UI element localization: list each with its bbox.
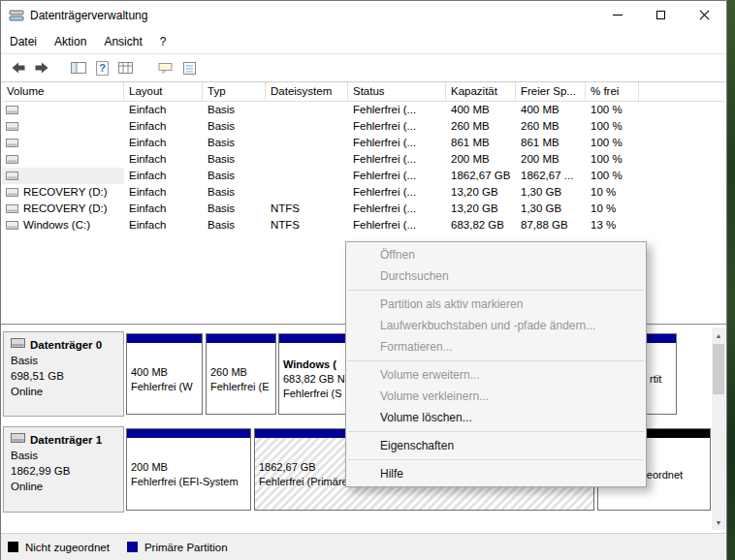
layout-cell: Einfach [124, 217, 203, 233]
menu-item-hilfe[interactable]: Hilfe [346, 463, 646, 484]
spacer-cell [639, 135, 725, 151]
disk-status: Online [11, 479, 116, 494]
disk-name: Datenträger 1 [30, 432, 102, 448]
minimize-icon [613, 15, 623, 16]
type-cell: Basis [203, 201, 266, 217]
partition-box[interactable]: 200 MB Fehlerfrei (EFI-System [126, 428, 251, 511]
menu-item-volume-erweitern[interactable]: Volume erweitern... [346, 364, 646, 386]
table-row[interactable]: RECOVERY (D:) Einfach Basis Fehlerfrei (… [2, 184, 725, 201]
maximize-button[interactable] [639, 1, 683, 29]
menu-item-volume-loeschen[interactable]: Volume löschen... [346, 407, 646, 428]
volume-cell: RECOVERY (D:) [2, 184, 124, 201]
legend-primary-partition: Primäre Partition [127, 542, 228, 553]
menu-item-oeffnen[interactable]: Öffnen [346, 244, 646, 265]
filesystem-cell [266, 151, 348, 168]
status-cell: Fehlerfrei (... [348, 168, 446, 184]
status-cell: Fehlerfrei (... [348, 184, 446, 201]
volume-cell [2, 135, 124, 151]
window-title: Datenträgerverwaltung [30, 9, 147, 22]
drive-icon [6, 121, 18, 132]
filesystem-cell [266, 135, 348, 151]
disk-management-window: Datenträgerverwaltung Datei Aktion Ansic… [0, 0, 727, 560]
drive-icon [6, 105, 18, 115]
partition-status: Fehlerfrei (E [210, 380, 272, 394]
column-header-kapazitaet[interactable]: Kapazität [446, 82, 516, 101]
menu-aktion[interactable]: Aktion [46, 31, 95, 52]
free-space-cell: 861 MB [516, 135, 586, 151]
console-tree-button[interactable] [67, 57, 90, 78]
column-header-dateisystem[interactable]: Dateisystem [266, 82, 348, 101]
desktop-background [727, 0, 735, 560]
free-percent-cell: 10 % [586, 184, 639, 201]
menu-item-laufwerkbuchstaben-aendern[interactable]: Laufwerkbuchstaben und -pfade ändern... [346, 315, 646, 336]
menu-item-formatieren[interactable]: Formatieren... [346, 336, 646, 358]
menu-help[interactable]: ? [151, 31, 176, 52]
help-button[interactable]: ? [90, 57, 113, 78]
menu-item-volume-verkleinern[interactable]: Volume verkleinern... [346, 386, 646, 407]
type-cell: Basis [203, 118, 266, 135]
filesystem-cell: NTFS [266, 217, 348, 233]
svg-text:?: ? [99, 62, 106, 74]
list-view-button[interactable] [113, 57, 137, 78]
column-header-status[interactable]: Status [348, 82, 446, 101]
disk-size: 1862,99 GB [11, 463, 116, 479]
free-space-cell: 1,30 GB [516, 201, 586, 217]
menu-ansicht[interactable]: Ansicht [95, 31, 150, 52]
action-pane-button[interactable] [154, 57, 177, 78]
type-cell: Basis [203, 151, 266, 168]
drive-icon [6, 138, 18, 148]
partition-box[interactable]: 400 MB Fehlerfrei (W [126, 333, 203, 415]
volume-cell [2, 118, 124, 135]
volume-cell [2, 168, 124, 184]
column-header-volume[interactable]: Volume [2, 82, 124, 101]
disk1-label[interactable]: Datenträger 1 Basis 1862,99 GB Online [3, 426, 124, 513]
free-percent-cell: 100 % [586, 151, 639, 168]
status-cell: Fehlerfrei (... [348, 201, 446, 217]
back-button[interactable] [7, 57, 30, 78]
menu-item-partition-als-aktiv-markieren[interactable]: Partition als aktiv markieren [346, 294, 646, 315]
menu-datei[interactable]: Datei [1, 31, 46, 52]
partition-box[interactable]: Windows ( 683,82 GB N Fehlerfrei (S [278, 333, 349, 415]
column-header-freier-speicher[interactable]: Freier Sp... [516, 82, 586, 101]
caption-buttons [595, 1, 726, 30]
legend-label: Primäre Partition [144, 542, 228, 553]
free-space-cell: 1,30 GB [516, 184, 586, 201]
free-percent-cell: 100 % [586, 102, 639, 118]
scrollbar-thumb[interactable] [713, 344, 724, 394]
column-header-prozent-frei[interactable]: % frei [586, 82, 639, 101]
table-header: Volume Layout Typ Dateisystem Status Kap… [2, 82, 725, 102]
partition-size: 683,82 GB N [283, 372, 344, 387]
capacity-cell: 200 MB [446, 151, 516, 168]
partition-size: 400 MB [131, 365, 198, 380]
partition-title: Windows ( [283, 358, 344, 372]
status-cell: Fehlerfrei (... [348, 118, 446, 135]
properties-button[interactable] [177, 57, 201, 78]
vertical-scrollbar[interactable]: ▲ ▼ [712, 327, 725, 530]
disk-type: Basis [11, 353, 116, 368]
table-row[interactable]: Windows (C:) Einfach Basis NTFS Fehlerfr… [2, 217, 725, 233]
minimize-button[interactable] [595, 1, 639, 29]
table-row[interactable]: Einfach Basis Fehlerfrei (... 861 MB 861… [2, 135, 725, 151]
column-header-typ[interactable]: Typ [203, 82, 266, 101]
scroll-up-button[interactable]: ▲ [712, 327, 725, 343]
disk0-label[interactable]: Datenträger 0 Basis 698,51 GB Online [3, 331, 124, 417]
scroll-down-button[interactable]: ▼ [712, 514, 725, 530]
forward-button[interactable] [30, 57, 53, 78]
menu-item-durchsuchen[interactable]: Durchsuchen [346, 265, 646, 287]
table-row[interactable]: Einfach Basis Fehlerfrei (... 260 MB 260… [2, 118, 725, 135]
free-space-cell: 200 MB [516, 151, 586, 168]
partition-box[interactable]: 260 MB Fehlerfrei (E [206, 333, 276, 415]
table-row[interactable]: Einfach Basis Fehlerfrei (... 400 MB 400… [2, 102, 725, 118]
table-row[interactable]: Einfach Basis Fehlerfrei (... 200 MB 200… [2, 151, 725, 168]
close-button[interactable] [683, 1, 726, 29]
volume-cell [2, 102, 124, 118]
unallocated-color-swatch [8, 542, 18, 552]
app-icon [9, 8, 24, 23]
capacity-cell: 861 MB [446, 135, 516, 151]
table-row[interactable]: Einfach Basis Fehlerfrei (... 1862,67 GB… [2, 168, 725, 184]
spacer-cell [639, 217, 725, 233]
volume-cell: Windows (C:) [2, 217, 124, 233]
menu-item-eigenschaften[interactable]: Eigenschaften [346, 435, 646, 456]
column-header-layout[interactable]: Layout [124, 82, 203, 101]
table-row[interactable]: RECOVERY (D:) Einfach Basis NTFS Fehlerf… [2, 201, 725, 217]
